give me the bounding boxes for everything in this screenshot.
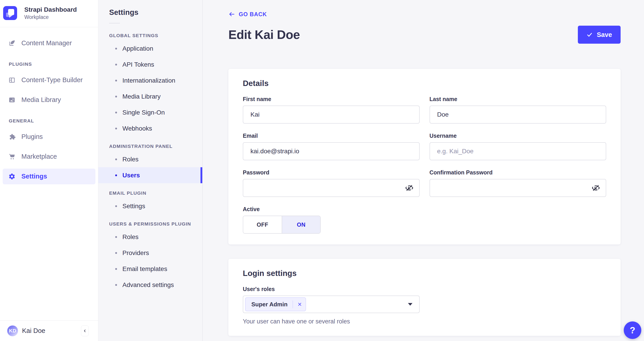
subnav-sections: GLOBAL SETTINGS Application API Tokens I…	[98, 24, 202, 293]
gear-icon	[8, 173, 16, 180]
subnav-item-label: Advanced settings	[122, 281, 174, 288]
active-label: Active	[243, 206, 606, 212]
subnav-item-label: API Tokens	[122, 61, 154, 68]
subnav-section-users-permissions-plugin: USERS & PERMISSIONS PLUGIN Roles Provide…	[98, 221, 202, 293]
subnav-item-admin-roles[interactable]: Roles	[98, 151, 202, 167]
sidebar-section-general: GENERAL Plugins Marketplace	[0, 118, 98, 184]
subnav-item-media-library[interactable]: Media Library	[98, 88, 202, 104]
toggle-on-button[interactable]: ON	[282, 216, 320, 233]
first-name-label: First name	[243, 96, 420, 102]
collapse-sidebar-button[interactable]	[81, 326, 89, 336]
layout-grid-icon	[8, 76, 16, 84]
sidebar-item-content-type-builder[interactable]: Content-Type Builder	[3, 72, 96, 88]
main-sidebar: Strapi Dashboard Workplace Content Manag…	[0, 0, 98, 341]
workspace-titles: Strapi Dashboard Workplace	[24, 6, 77, 20]
toggle-confirmation-visibility-button[interactable]	[592, 184, 600, 192]
remove-role-button[interactable]	[294, 297, 306, 311]
toggle-password-visibility-button[interactable]	[405, 184, 413, 192]
picture-icon	[8, 96, 16, 104]
subnav-item-label: Application	[122, 45, 153, 52]
username-field-group: Username	[430, 132, 606, 160]
bullet-icon	[115, 174, 117, 176]
sidebar-item-plugins[interactable]: Plugins	[3, 129, 96, 145]
check-icon	[586, 32, 593, 38]
subnav-section-global-settings: GLOBAL SETTINGS Application API Tokens I…	[98, 33, 202, 136]
roles-helper-text: Your user can have one or several roles	[243, 318, 606, 325]
subnav-item-label: Internationalization	[122, 77, 175, 84]
sidebar-nav: Content Manager PLUGINS Content-Type Bui…	[0, 27, 98, 320]
subnav-item-label: Webhooks	[122, 125, 152, 132]
bullet-icon	[115, 284, 117, 286]
subnav-item-application[interactable]: Application	[98, 40, 202, 56]
sidebar-item-label: Media Library	[22, 96, 61, 104]
password-field[interactable]	[243, 179, 420, 197]
subnav-item-label: Single Sign-On	[122, 109, 165, 116]
subnav-item-admin-users[interactable]: Users	[98, 167, 202, 183]
last-name-field[interactable]	[430, 106, 606, 124]
details-fields: First name Last name Email Username Pass…	[243, 96, 606, 197]
first-name-field[interactable]	[243, 106, 420, 124]
section-title: PLUGINS	[0, 62, 98, 67]
subnav-item-label: Users	[122, 172, 140, 179]
feather-edit-icon	[8, 40, 16, 47]
bullet-icon	[115, 128, 117, 130]
last-name-label: Last name	[430, 96, 606, 102]
subnav-item-email-settings[interactable]: Settings	[98, 198, 202, 214]
subnav-item-label: Settings	[122, 202, 145, 210]
shopping-cart-icon	[8, 153, 16, 160]
sidebar-footer: KD Kai Doe	[0, 320, 98, 341]
sidebar-item-settings[interactable]: Settings	[3, 168, 96, 184]
role-chip-label: Super Admin	[251, 301, 288, 308]
workspace-name: Workplace	[24, 14, 77, 20]
username-label: Username	[430, 132, 606, 139]
password-input-wrap	[243, 179, 420, 197]
subnav-item-single-sign-on[interactable]: Single Sign-On	[98, 104, 202, 120]
page-title: Edit Kai Doe	[228, 28, 300, 42]
subnav-item-api-tokens[interactable]: API Tokens	[98, 56, 202, 72]
sidebar-item-media-library[interactable]: Media Library	[3, 92, 96, 108]
chevron-left-icon	[82, 328, 87, 333]
email-field-group: Email	[243, 132, 420, 160]
sidebar-item-marketplace[interactable]: Marketplace	[3, 149, 96, 164]
login-settings-heading: Login settings	[243, 269, 606, 278]
go-back-link[interactable]: GO BACK	[228, 11, 267, 18]
subnav-item-email-templates[interactable]: Email templates	[98, 261, 202, 277]
close-icon	[297, 302, 302, 307]
confirmation-password-input-wrap	[430, 179, 606, 197]
subnav-item-providers[interactable]: Providers	[98, 245, 202, 261]
bullet-icon	[115, 236, 117, 238]
subnav-section-administration-panel: ADMINISTRATION PANEL Roles Users	[98, 144, 202, 183]
confirmation-password-field-group: Confirmation Password	[430, 169, 606, 197]
sidebar-item-content-manager[interactable]: Content Manager	[3, 35, 96, 51]
help-button[interactable]: ?	[624, 322, 641, 339]
users-roles-label: User's roles	[243, 286, 606, 292]
sidebar-item-label: Content Manager	[22, 40, 72, 47]
settings-subnav: Settings GLOBAL SETTINGS Application API…	[98, 0, 202, 341]
subnav-item-webhooks[interactable]: Webhooks	[98, 120, 202, 136]
sidebar-item-label: Settings	[22, 173, 47, 180]
page-header: Edit Kai Doe Save	[228, 26, 620, 44]
bullet-icon	[115, 80, 117, 82]
users-roles-select[interactable]: Super Admin	[243, 296, 420, 313]
username-field[interactable]	[430, 142, 606, 160]
save-button[interactable]: Save	[578, 26, 620, 44]
email-field[interactable]	[243, 142, 420, 160]
section-title: GENERAL	[0, 118, 98, 124]
bullet-icon	[115, 96, 117, 98]
app-title: Strapi Dashboard	[24, 6, 77, 14]
main-content: GO BACK Edit Kai Doe Save Details First …	[202, 0, 644, 341]
confirmation-password-field[interactable]	[430, 179, 606, 197]
active-toggle: OFF ON	[243, 216, 321, 234]
details-heading: Details	[243, 79, 606, 88]
toggle-off-button[interactable]: OFF	[243, 216, 282, 233]
role-chip-super-admin: Super Admin	[245, 297, 306, 311]
subnav-item-internationalization[interactable]: Internationalization	[98, 72, 202, 88]
subnav-title: Settings	[98, 8, 202, 17]
subnav-item-advanced-settings[interactable]: Advanced settings	[98, 277, 202, 293]
subnav-section-email-plugin: EMAIL PLUGIN Settings	[98, 190, 202, 214]
bullet-icon	[115, 48, 117, 50]
section-title: EMAIL PLUGIN	[98, 190, 202, 196]
bullet-icon	[115, 268, 117, 270]
avatar: KD	[7, 326, 18, 336]
subnav-item-up-roles[interactable]: Roles	[98, 229, 202, 245]
